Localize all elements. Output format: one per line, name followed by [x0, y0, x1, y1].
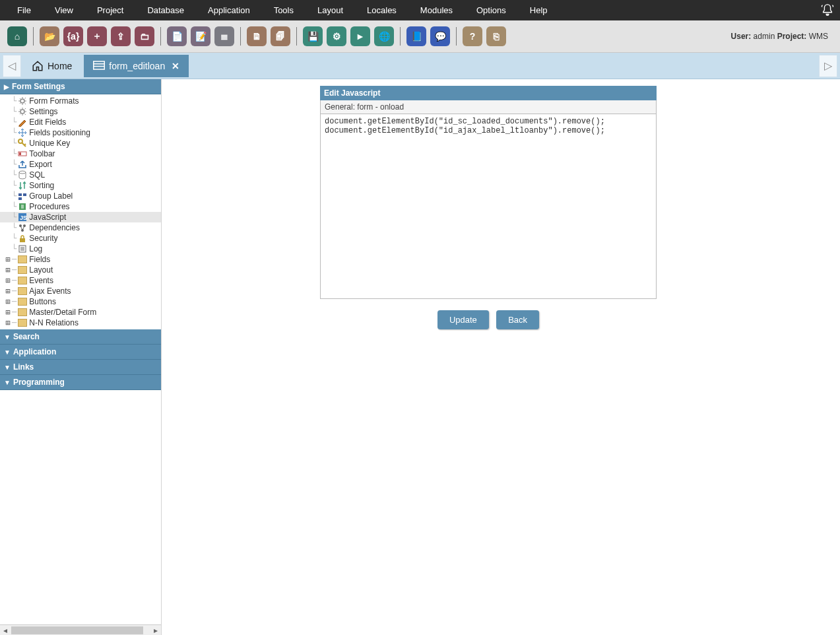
- toolbar-box-button[interactable]: ⇪: [111, 26, 131, 46]
- expand-icon[interactable]: ⊞: [4, 318, 12, 327]
- panel-form-settings-label: Form Settings: [12, 82, 65, 91]
- tree-item-label: Settings: [29, 107, 57, 116]
- tab-home-label: Home: [48, 61, 72, 71]
- box-icon: ⇪: [117, 31, 125, 42]
- expand-icon[interactable]: ⊞: [4, 276, 12, 285]
- tree-folder-label: Master/Detail Form: [29, 308, 96, 317]
- toolbar-globe-button[interactable]: 🌐: [374, 26, 394, 46]
- tree-item-group-label[interactable]: └Group Label: [0, 191, 161, 201]
- tree-item-label: Unique Key: [29, 139, 70, 148]
- js-icon: JS: [18, 213, 27, 222]
- toolbar-gear-button[interactable]: ⚙: [327, 26, 346, 46]
- folder-icon: [18, 297, 27, 306]
- gear-icon: [18, 107, 27, 116]
- toolbar-save-button[interactable]: 💾: [303, 26, 323, 46]
- notifications-icon[interactable]: [820, 3, 835, 18]
- toolbar-separator: [400, 27, 401, 46]
- toolbar: ⌂📂{a}＋⇪🗀📄📝≣🗎🗐💾⚙►🌐📘💬?⎘User: admin Project…: [0, 20, 840, 53]
- tree-folder-ajax-events[interactable]: ⊞─Ajax Events: [0, 286, 161, 296]
- update-button[interactable]: Update: [437, 310, 489, 329]
- panel-links[interactable]: ▼Links: [0, 360, 161, 375]
- tree-item-log[interactable]: └Log: [0, 244, 161, 254]
- panel-form-settings[interactable]: ▶ Form Settings: [0, 79, 161, 94]
- tab-form-editloan[interactable]: form_editloan ✕: [84, 55, 189, 77]
- expand-icon[interactable]: ⊞: [4, 265, 12, 275]
- tab-scroll-right[interactable]: ▷: [819, 55, 837, 77]
- lock-icon: [18, 234, 27, 243]
- panel-programming[interactable]: ▼Programming: [0, 375, 161, 390]
- menu-options[interactable]: Options: [465, 5, 518, 15]
- tree-item-export[interactable]: └Export: [0, 159, 161, 170]
- tree-item-label: JavaScript: [29, 213, 66, 222]
- toolbar-separator: [33, 27, 34, 46]
- tree-item-procedures[interactable]: └Procedures: [0, 201, 161, 212]
- tree-item-form-formats[interactable]: └Form Formats: [0, 96, 161, 106]
- sidebar-horizontal-scrollbar[interactable]: ◂ ▸: [0, 624, 161, 635]
- toolbar-book-button[interactable]: 📘: [406, 26, 426, 46]
- menu-view[interactable]: View: [43, 5, 85, 15]
- expand-icon[interactable]: ⊞: [4, 297, 12, 306]
- tab-close[interactable]: ✕: [172, 61, 179, 71]
- toolbar-chat-button[interactable]: 💬: [430, 26, 450, 46]
- tree-item-settings[interactable]: └Settings: [0, 106, 161, 117]
- tree-item-toolbar[interactable]: └Toolbar: [0, 149, 161, 159]
- tree-folder-layout[interactable]: ⊞─Layout: [0, 265, 161, 275]
- menu-help[interactable]: Help: [518, 5, 560, 15]
- menu-file[interactable]: File: [5, 5, 43, 15]
- toolbar-page-edit-button[interactable]: 📝: [191, 26, 210, 46]
- tree-item-javascript[interactable]: └JSJavaScript: [0, 212, 161, 222]
- toolbar-folder-button[interactable]: 🗀: [135, 26, 154, 46]
- tree-item-unique-key[interactable]: └Unique Key: [0, 138, 161, 149]
- menu-project[interactable]: Project: [85, 5, 135, 15]
- toolbar-plus-button[interactable]: ＋: [87, 26, 107, 46]
- menu-application[interactable]: Application: [196, 5, 262, 15]
- toolbar-doc2-button[interactable]: 🗐: [271, 26, 290, 46]
- tree-item-dependencies[interactable]: └Dependencies: [0, 222, 161, 233]
- sort-icon: [18, 181, 27, 190]
- toolbar-stack-button[interactable]: ≣: [214, 26, 234, 46]
- tree-item-sql[interactable]: └SQL: [0, 170, 161, 180]
- expand-icon[interactable]: ⊞: [4, 255, 12, 264]
- toolbar-page-plus-button[interactable]: 📄: [167, 26, 187, 46]
- menu-modules[interactable]: Modules: [408, 5, 465, 15]
- scroll-left-icon[interactable]: ◂: [0, 626, 11, 635]
- menu-locales[interactable]: Locales: [355, 5, 408, 15]
- tab-home[interactable]: Home: [22, 55, 81, 77]
- menu-layout[interactable]: Layout: [306, 5, 355, 15]
- tab-scroll-left[interactable]: ◁: [3, 55, 21, 77]
- tree-item-sorting[interactable]: └Sorting: [0, 180, 161, 191]
- toolbar-doc-button[interactable]: 🗎: [247, 26, 267, 46]
- tree-item-label: Export: [29, 160, 52, 169]
- menu-database[interactable]: Database: [135, 5, 196, 15]
- toolbar-separator: [456, 27, 457, 46]
- tree-item-security[interactable]: └Security: [0, 233, 161, 244]
- tree-folder-events[interactable]: ⊞─Events: [0, 275, 161, 286]
- folder-icon: 🗀: [140, 31, 149, 42]
- gear-icon: ⚙: [333, 31, 341, 42]
- menu-tools[interactable]: Tools: [262, 5, 306, 15]
- toolbar-separator: [240, 27, 241, 46]
- brace-icon: {a}: [67, 31, 80, 42]
- back-button[interactable]: Back: [496, 310, 539, 329]
- tree-item-edit-fields[interactable]: └Edit Fields: [0, 117, 161, 127]
- toolbar-home-button[interactable]: ⌂: [7, 26, 27, 46]
- tree-item-label: Security: [29, 234, 57, 243]
- tree-folder-label: Layout: [29, 265, 53, 275]
- collapse-icon: ▼: [4, 379, 11, 386]
- panel-application[interactable]: ▼Application: [0, 345, 161, 360]
- toolbar-brace-button[interactable]: {a}: [63, 26, 83, 46]
- tree-folder-fields[interactable]: ⊞─Fields: [0, 254, 161, 265]
- code-textarea[interactable]: [320, 114, 657, 299]
- toolbar-exit-button[interactable]: ⎘: [486, 26, 506, 46]
- expand-icon[interactable]: ⊞: [4, 286, 12, 296]
- toolbar-play-button[interactable]: ►: [350, 26, 370, 46]
- tree-folder-n-n-relations[interactable]: ⊞─N-N Relations: [0, 318, 161, 328]
- toolbar-help-button[interactable]: ?: [463, 26, 482, 46]
- toolbar-open-button[interactable]: 📂: [40, 26, 59, 46]
- tree-folder-buttons[interactable]: ⊞─Buttons: [0, 296, 161, 307]
- expand-icon[interactable]: ⊞: [4, 308, 12, 317]
- tree-item-fields-positioning[interactable]: └Fields positioning: [0, 127, 161, 138]
- scroll-right-icon[interactable]: ▸: [150, 626, 161, 635]
- panel-search[interactable]: ▼Search: [0, 329, 161, 345]
- tree-folder-master-detail-form[interactable]: ⊞─Master/Detail Form: [0, 307, 161, 318]
